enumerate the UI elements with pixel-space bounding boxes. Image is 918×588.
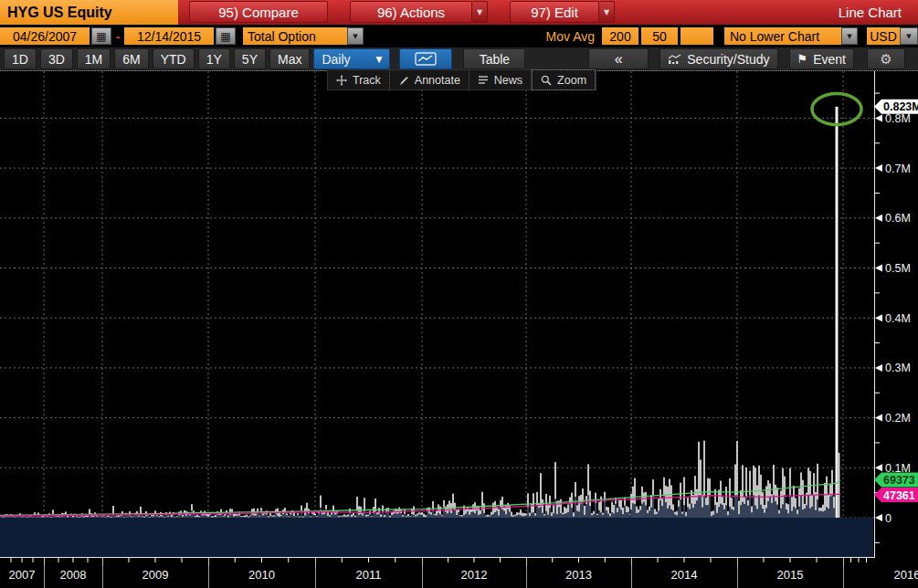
security-ticker[interactable]: HYG US Equity	[0, 0, 178, 25]
y-axis-label: 0.5M	[885, 262, 911, 275]
study-chart-icon	[668, 54, 681, 65]
chevron-down-icon: ▼	[353, 33, 357, 40]
x-axis-year-label: 2009	[142, 568, 169, 582]
y-axis-tick	[875, 514, 882, 521]
annotate-pencil-icon	[398, 75, 409, 86]
line-chart-icon	[415, 52, 437, 66]
date-range-separator: -	[111, 29, 124, 44]
svg-text:0.823M: 0.823M	[883, 100, 918, 113]
range-button-1m[interactable]: 1M	[77, 48, 111, 69]
chart-tools: Track Annotate News Zoom	[327, 69, 596, 90]
collapse-button[interactable]: «	[588, 48, 649, 69]
currency-select[interactable]: USD	[867, 27, 900, 45]
date-from-input[interactable]: 04/26/2007	[0, 27, 90, 45]
track-button[interactable]: Track	[328, 70, 390, 89]
mov-avg-label: Mov Avg	[546, 29, 595, 44]
magnifier-icon	[541, 75, 552, 86]
zoom-button[interactable]: Zoom	[532, 69, 596, 90]
news-label: News	[494, 74, 522, 87]
y-axis-tick	[875, 114, 882, 121]
range-button-ytd[interactable]: YTD	[153, 48, 195, 69]
below-zero-band	[0, 518, 873, 557]
svg-text:47361: 47361	[883, 489, 915, 502]
settings-button[interactable]: ⚙	[867, 48, 905, 69]
y-axis-label: 0	[885, 512, 892, 525]
x-axis-year-label: 2016	[894, 568, 918, 582]
volume-bar	[839, 453, 840, 518]
flag-icon: ⚑	[797, 52, 808, 66]
event-label: Event	[813, 52, 846, 67]
spike-value-tag: 0.823M	[874, 100, 918, 114]
lower-chart-dropdown-button[interactable]: ▼	[841, 27, 858, 45]
range-button-max[interactable]: Max	[269, 48, 310, 69]
annotate-label: Annotate	[415, 74, 460, 87]
x-axis: 2007200820092010201120122013201420152016	[9, 558, 918, 588]
mov-avg-window-3-input[interactable]	[681, 27, 713, 45]
chevron-down-icon: ▼	[906, 33, 911, 40]
news-button[interactable]: News	[470, 70, 532, 89]
zoom-label: Zoom	[557, 74, 586, 87]
y-axis-label: 0.2M	[885, 412, 911, 425]
security-study-button[interactable]: Security/Study	[659, 48, 777, 69]
period-select[interactable]: Daily ▼	[313, 48, 390, 69]
track-label: Track	[353, 74, 381, 87]
title-bar: HYG US Equity 95) Compare 96) Actions ▼ …	[0, 0, 918, 25]
range-button-3d[interactable]: 3D	[40, 48, 73, 69]
range-button-1y[interactable]: 1Y	[198, 48, 230, 69]
y-axis-label: 0.6M	[885, 212, 911, 225]
y-axis-label: 0.8M	[885, 112, 911, 125]
currency-dropdown-button[interactable]: ▼	[900, 27, 918, 45]
range-toolbar: 1D3D1M6MYTD1Y5YMax Daily ▼ Table « Secur…	[0, 47, 918, 71]
y-axis-label: 0.3M	[885, 362, 911, 374]
calendar-button-from[interactable]: ▦	[91, 27, 111, 45]
edit-dropdown-arrow[interactable]: ▼	[599, 1, 615, 23]
series-field-select[interactable]: Total Option	[243, 27, 347, 45]
range-button-group: 1D3D1M6MYTD1Y5YMax	[4, 48, 313, 69]
range-button-5y[interactable]: 5Y	[234, 48, 266, 69]
lower-chart-select[interactable]: No Lower Chart	[724, 27, 841, 45]
calendar-button-to[interactable]: ▦	[216, 27, 236, 45]
table-button[interactable]: Table	[463, 48, 525, 69]
y-axis-tick	[875, 265, 882, 272]
volume-spike-bar	[836, 107, 839, 518]
ma-green-value-tag: 69373	[874, 473, 918, 488]
range-button-6m[interactable]: 6M	[114, 48, 148, 69]
x-axis-year-label: 2013	[565, 568, 592, 582]
y-axis-tick	[875, 164, 882, 172]
security-study-label: Security/Study	[687, 52, 769, 67]
mov-avg-window-2-input[interactable]: 50	[641, 27, 678, 45]
mov-avg-window-1-input[interactable]: 200	[602, 27, 638, 45]
chevron-down-icon: ▼	[477, 8, 482, 16]
track-icon	[336, 75, 347, 86]
event-button[interactable]: ⚑ Event	[789, 48, 854, 69]
toolbar-right-group: « Security/Study ⚑ Event ⚙	[588, 48, 918, 69]
moving-average-line-magenta	[0, 494, 840, 516]
edit-button[interactable]: 97) Edit	[510, 1, 599, 23]
range-button-1d[interactable]: 1D	[4, 48, 37, 69]
x-axis-year-label: 2012	[461, 568, 488, 582]
control-bar: 04/26/2007 ▦ - 12/14/2015 ▦ Total Option…	[0, 25, 918, 47]
bloomberg-chart-window: { "titlebar": { "security": "HYG US Equi…	[0, 0, 918, 588]
chart-style-button[interactable]	[399, 48, 452, 69]
actions-button[interactable]: 96) Actions	[350, 1, 472, 23]
y-axis-tick	[875, 215, 882, 222]
actions-dropdown-arrow[interactable]: ▼	[472, 1, 488, 23]
chevron-down-icon: ▼	[376, 55, 383, 64]
compare-button[interactable]: 95) Compare	[189, 1, 328, 23]
ma-magenta-value-tag: 47361	[874, 488, 918, 502]
calendar-icon: ▦	[96, 30, 106, 43]
date-to-input[interactable]: 12/14/2015	[124, 27, 214, 45]
annotate-button[interactable]: Annotate	[390, 70, 470, 89]
moving-average-line-green	[0, 480, 840, 516]
y-axis-tick	[875, 415, 882, 422]
period-label: Daily	[322, 52, 350, 67]
x-axis-year-label: 2014	[671, 568, 698, 582]
calendar-icon: ▦	[220, 30, 230, 43]
volume-chart[interactable]: 00.1M0.2M0.3M0.4M0.5M0.6M0.7M0.8M0.823M6…	[0, 71, 918, 588]
chart-type-label: Line Chart	[839, 0, 902, 25]
y-axis-tick	[875, 464, 882, 471]
chevron-down-icon: ▼	[604, 8, 609, 16]
x-axis-year-label: 2008	[60, 568, 87, 582]
series-field-dropdown-button[interactable]: ▼	[347, 27, 364, 45]
y-axis-label: 0.7M	[885, 163, 911, 175]
